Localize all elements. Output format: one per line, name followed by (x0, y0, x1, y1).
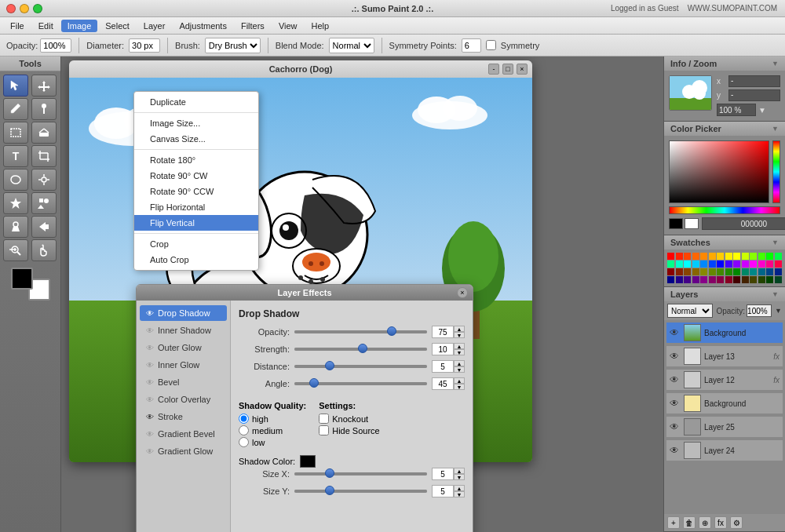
swatch-cell[interactable] (775, 276, 782, 283)
quality-low-radio[interactable] (239, 437, 249, 447)
layer-row-25[interactable]: 👁 Layer 25 (666, 416, 783, 438)
opacity-dec-btn[interactable]: ▼ (454, 332, 465, 338)
strength-inc-btn[interactable]: ▲ (454, 343, 465, 349)
layer-eye-25[interactable]: 👁 (670, 421, 681, 432)
opacity-value-input[interactable] (432, 326, 454, 338)
distance-slider-track[interactable] (294, 365, 427, 368)
swatch-cell[interactable] (775, 253, 782, 260)
swatch-cell[interactable] (709, 268, 716, 275)
opacity-input[interactable] (40, 38, 71, 53)
brush-select[interactable]: Dry Brush (205, 38, 261, 53)
swatch-cell[interactable] (742, 261, 749, 268)
knockout-checkbox[interactable] (319, 414, 329, 424)
tool-text[interactable]: T (3, 145, 28, 167)
color-picker-header[interactable]: Color Picker ▼ (664, 122, 785, 136)
sizey-value-input[interactable] (432, 485, 454, 497)
minimize-button[interactable] (20, 4, 29, 13)
sizey-slider-track[interactable] (294, 490, 427, 493)
color-hue-bar[interactable] (669, 206, 780, 214)
menu-rotate90ccw[interactable]: Rotate 90° CCW (134, 184, 258, 199)
swatch-cell[interactable] (733, 268, 740, 275)
quality-medium-radio[interactable] (239, 425, 249, 435)
swatch-cell[interactable] (717, 276, 724, 283)
dialog-close-btn[interactable]: × (457, 287, 468, 298)
menu-filters[interactable]: Filters (235, 20, 271, 32)
swatch-cell[interactable] (725, 276, 732, 283)
layer-eye-13[interactable]: 👁 (670, 351, 681, 362)
swatch-cell[interactable] (684, 253, 691, 260)
layer-eye-12[interactable]: 👁 (670, 374, 681, 385)
layers-delete-btn[interactable]: 🗑 (683, 516, 696, 529)
opacity-thumb[interactable] (387, 326, 396, 336)
tool-move[interactable] (31, 75, 57, 97)
swatch-cell[interactable] (733, 261, 740, 268)
swatch-cell[interactable] (667, 276, 674, 283)
swatch-cell[interactable] (676, 268, 683, 275)
layer-row-background-top[interactable]: 👁 Background (666, 322, 783, 344)
menu-auto-crop[interactable]: Auto Crop (134, 252, 258, 268)
menu-crop[interactable]: Crop (134, 236, 258, 252)
swatch-cell[interactable] (692, 253, 699, 260)
sizex-slider-track[interactable] (294, 472, 427, 476)
opacity-inc-btn[interactable]: ▲ (454, 326, 465, 332)
swatch-cell[interactable] (692, 268, 699, 275)
swatch-cell[interactable] (725, 268, 732, 275)
swatch-cell[interactable] (750, 268, 757, 275)
swatch-cell[interactable] (700, 276, 707, 283)
strength-value-input[interactable] (432, 343, 454, 355)
bg-color-mini[interactable] (685, 218, 699, 229)
swatch-cell[interactable] (766, 276, 773, 283)
window-controls[interactable] (6, 4, 42, 13)
color-boxes[interactable] (11, 268, 50, 301)
tool-crop[interactable] (31, 145, 57, 167)
swatch-cell[interactable] (700, 268, 707, 275)
strength-dec-btn[interactable]: ▼ (454, 349, 465, 355)
swatch-cell[interactable] (700, 261, 707, 268)
swatches-header[interactable]: Swatches ▼ (664, 235, 785, 250)
tool-stamp[interactable] (3, 216, 28, 238)
effect-color-overlay[interactable]: 👁 Color Overlay (140, 392, 227, 407)
sizey-dec-btn[interactable]: ▼ (454, 491, 465, 497)
menu-file[interactable]: File (4, 20, 31, 32)
color-gradient-box[interactable] (669, 140, 769, 203)
shadow-color-swatch[interactable] (300, 455, 316, 468)
swatch-cell[interactable] (667, 268, 674, 275)
swatch-cell[interactable] (733, 276, 740, 283)
menu-select[interactable]: Select (99, 20, 136, 32)
menu-help[interactable]: Help (305, 20, 336, 32)
menu-edit[interactable]: Edit (32, 20, 60, 32)
angle-value-input[interactable] (432, 377, 454, 390)
sizey-inc-btn[interactable]: ▲ (454, 485, 465, 491)
close-button[interactable] (6, 4, 16, 13)
strength-thumb[interactable] (358, 344, 367, 353)
zoom-input[interactable] (717, 104, 756, 116)
sizey-thumb[interactable] (325, 486, 334, 495)
tool-pencil[interactable] (3, 98, 28, 120)
canvas-close-btn[interactable]: × (517, 64, 528, 75)
swatch-cell[interactable] (775, 268, 782, 275)
menu-image-size[interactable]: Image Size... (134, 115, 258, 131)
layers-options-arrow[interactable]: ▼ (775, 307, 782, 315)
opacity-slider-track[interactable] (294, 330, 427, 333)
layers-merge-btn[interactable]: ⊕ (699, 516, 711, 529)
sizex-value-input[interactable] (432, 468, 454, 480)
swatch-cell[interactable] (733, 253, 740, 260)
sizex-inc-btn[interactable]: ▲ (454, 468, 465, 474)
effect-outer-glow[interactable]: 👁 Outer Glow (140, 340, 227, 355)
layers-add-btn[interactable]: + (667, 516, 680, 529)
layer-row-13[interactable]: 👁 Layer 13 fx (666, 345, 783, 367)
angle-thumb[interactable] (309, 378, 319, 388)
effect-inner-glow[interactable]: 👁 Inner Glow (140, 357, 227, 373)
swatch-cell[interactable] (709, 276, 716, 283)
hex-color-input[interactable] (702, 217, 785, 230)
menu-view[interactable]: View (272, 20, 304, 32)
swatch-cell[interactable] (700, 253, 707, 260)
swatch-cell[interactable] (717, 261, 724, 268)
symmetry-checkbox[interactable] (486, 40, 496, 50)
swatch-cell[interactable] (766, 253, 773, 260)
canvas-window-buttons[interactable]: - □ × (488, 64, 528, 75)
menu-layer[interactable]: Layer (137, 20, 172, 32)
swatch-cell[interactable] (758, 276, 765, 283)
zoom-dropdown-arrow[interactable]: ▼ (758, 106, 766, 115)
tool-custom-shape[interactable] (31, 192, 57, 214)
